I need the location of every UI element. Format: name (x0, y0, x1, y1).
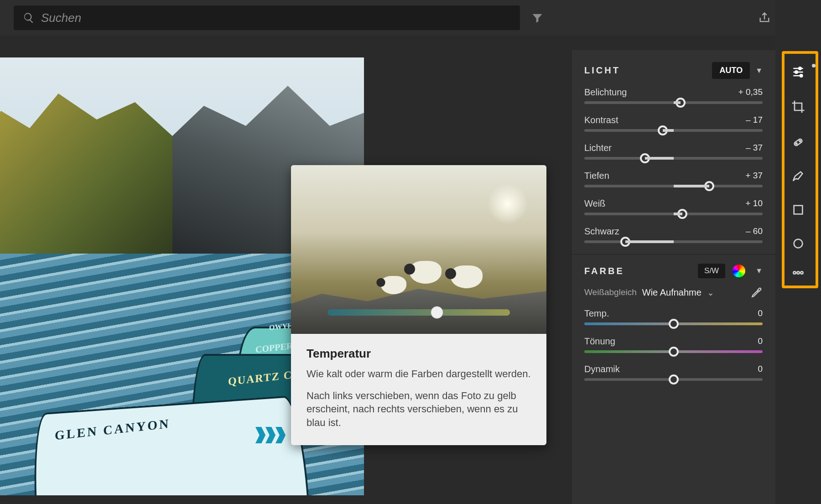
brush-tool[interactable] (775, 164, 821, 188)
slider-schwarz[interactable]: Schwarz– 60 (584, 226, 763, 243)
crop-tool[interactable] (775, 95, 821, 119)
slider-tönung[interactable]: Tönung0 (584, 336, 763, 353)
search-icon (23, 12, 35, 24)
divider (572, 254, 775, 255)
slider-label: Schwarz (584, 226, 619, 237)
rock (291, 284, 546, 334)
slider-track[interactable] (584, 378, 763, 381)
svg-point-0 (799, 67, 801, 69)
section-title: FARBE (584, 266, 624, 276)
sheep (410, 261, 442, 284)
sheep (451, 265, 483, 288)
slider-label: Weiß (584, 198, 605, 209)
tooltip-sample-image (291, 165, 546, 334)
edit-sliders-tool[interactable] (775, 60, 821, 84)
slider-temp-[interactable]: Temp.0 (584, 308, 763, 325)
section-title: LICHT (584, 65, 620, 76)
svg-point-8 (793, 271, 795, 274)
search-input[interactable] (41, 11, 511, 25)
slider-thumb[interactable] (669, 374, 679, 384)
section-light-header[interactable]: LICHT AUTO ▼ (584, 62, 763, 79)
linear-gradient-tool[interactable] (775, 198, 821, 222)
slider-track[interactable] (584, 157, 763, 160)
slider-thumb[interactable] (669, 347, 679, 357)
slider-value: + 37 (745, 171, 763, 181)
slider-label: Belichtung (584, 87, 627, 98)
slider-belichtung[interactable]: Belichtung+ 0,35 (584, 87, 763, 104)
search-box[interactable] (14, 5, 520, 30)
slider-label: Tönung (584, 336, 615, 347)
svg-rect-6 (794, 206, 803, 214)
white-balance-select[interactable]: Wie Aufnahme (642, 287, 701, 298)
slider-track[interactable] (584, 350, 763, 353)
slider-value: 0 (758, 364, 763, 374)
slider-track[interactable] (584, 240, 763, 243)
slider-weiß[interactable]: Weiß+ 10 (584, 198, 763, 215)
tooltip-title: Temperatur (307, 347, 531, 361)
filter-icon[interactable] (531, 11, 544, 24)
auto-button[interactable]: AUTO (712, 62, 750, 79)
slider-label: Dynamik (584, 364, 620, 374)
svg-point-2 (800, 74, 802, 77)
eyedropper-icon[interactable] (751, 286, 763, 298)
chevron-icon (255, 427, 286, 443)
slider-lichter[interactable]: Lichter– 37 (584, 143, 763, 160)
white-balance-label: Weißabgleich (584, 287, 637, 297)
slider-value: 0 (758, 308, 763, 319)
chevron-down-icon[interactable]: ⌄ (707, 287, 714, 298)
slider-track[interactable] (584, 101, 763, 104)
slider-label: Kontrast (584, 115, 618, 125)
help-tooltip: Temperatur Wie kalt oder warm die Farben… (291, 165, 546, 445)
slider-label: Lichter (584, 143, 612, 153)
tooltip-text: Wie kalt oder warm die Farben dargestell… (307, 367, 531, 381)
temperature-preview-slider (327, 309, 510, 316)
slider-value: – 37 (746, 143, 763, 153)
slider-label: Temp. (584, 308, 609, 319)
sheep (381, 276, 406, 294)
more-tools-icon[interactable] (775, 261, 821, 285)
edit-panel: LICHT AUTO ▼ Belichtung+ 0,35Kontrast– 1… (571, 50, 775, 504)
bw-toggle[interactable]: S/W (698, 264, 725, 278)
slider-label: Tiefen (584, 171, 609, 181)
svg-point-1 (795, 71, 797, 73)
svg-rect-3 (794, 138, 803, 146)
slider-track[interactable] (584, 213, 763, 215)
tool-strip (775, 0, 821, 504)
section-color-header[interactable]: FARBE S/W ▼ (584, 264, 763, 278)
slider-dynamik[interactable]: Dynamik0 (584, 364, 763, 381)
svg-point-5 (800, 140, 801, 142)
healing-tool[interactable] (775, 130, 821, 154)
slider-value: – 60 (746, 226, 763, 237)
slider-track[interactable] (584, 185, 763, 187)
indicator-dot-icon (812, 64, 816, 68)
slider-thumb[interactable] (669, 319, 679, 329)
top-bar (0, 0, 821, 36)
svg-point-9 (797, 271, 799, 274)
slider-value: + 0,35 (738, 87, 763, 98)
radial-gradient-tool[interactable] (775, 232, 821, 255)
svg-point-10 (800, 271, 803, 274)
slider-value: 0 (758, 336, 763, 347)
tooltip-text: Nach links verschieben, wenn das Foto zu… (307, 389, 531, 430)
slider-kontrast[interactable]: Kontrast– 17 (584, 115, 763, 132)
chevron-down-icon[interactable]: ▼ (755, 67, 763, 75)
slider-value: – 17 (746, 115, 763, 125)
svg-point-7 (794, 239, 803, 248)
slider-value: + 10 (745, 198, 763, 209)
chevron-down-icon[interactable]: ▼ (755, 267, 763, 275)
svg-point-4 (796, 143, 797, 144)
slider-tiefen[interactable]: Tiefen+ 37 (584, 171, 763, 187)
color-mixer-icon[interactable] (733, 265, 745, 277)
slider-track[interactable] (584, 129, 763, 132)
slider-track[interactable] (584, 322, 763, 325)
share-icon[interactable] (758, 11, 771, 24)
mountain-left (0, 85, 173, 258)
